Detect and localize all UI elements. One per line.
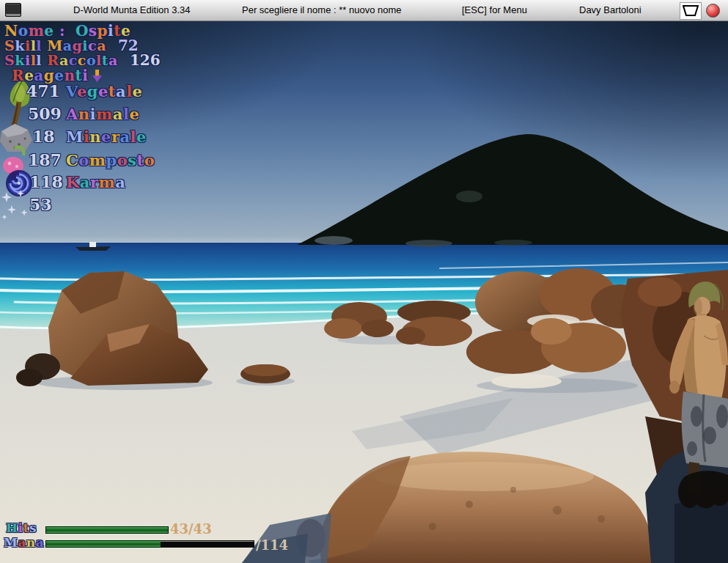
mana-bar	[45, 540, 254, 548]
app-title: D-World Munta Edition 3.34	[73, 4, 190, 15]
monitor-icon[interactable]	[5, 3, 21, 17]
reagent-label: Karma	[66, 173, 125, 191]
mana-label: Mana	[4, 535, 44, 550]
hits-bar-fill	[46, 527, 168, 533]
cup-icon	[683, 5, 699, 17]
reagent-count: 509	[28, 104, 62, 123]
game-window: D-World Munta Edition 3.34 Per scegliere…	[0, 0, 728, 563]
hits-bar	[45, 526, 169, 534]
sparkles-icon	[0, 189, 32, 221]
down-arrow-icon	[92, 70, 102, 82]
reagent-label: Vegetale	[66, 82, 142, 100]
reagent-count: 187	[28, 150, 62, 169]
beach-scene[interactable]	[0, 21, 728, 563]
name-hint: Per scegliere il nome : ** nuovo nome	[242, 4, 402, 15]
titlebar: D-World Munta Edition 3.34 Per scegliere…	[0, 0, 728, 21]
mana-value: /114	[256, 537, 288, 553]
reagent-label: Animale	[66, 105, 139, 123]
hits-value: 43/43	[170, 521, 212, 537]
hits-label: Hits	[6, 520, 37, 535]
mana-bar-fill	[46, 541, 161, 547]
reagent-count: 118	[29, 172, 63, 191]
skill-raccolta-label: Skill Raccolta	[4, 52, 118, 68]
cup-button[interactable]	[680, 2, 702, 20]
reagent-count: 18	[32, 127, 55, 146]
reagent-count: 471	[26, 81, 60, 100]
skill-raccolta-value: 126	[130, 51, 161, 69]
menu-hint: [ESC] for Menu	[462, 4, 527, 15]
reagent-label: Composto	[66, 151, 155, 169]
reagent-count: 53	[29, 195, 52, 214]
reagent-label: Minerale	[66, 128, 147, 146]
red-ball-button[interactable]	[706, 4, 720, 18]
author-name: Davy Bartoloni	[579, 4, 641, 15]
